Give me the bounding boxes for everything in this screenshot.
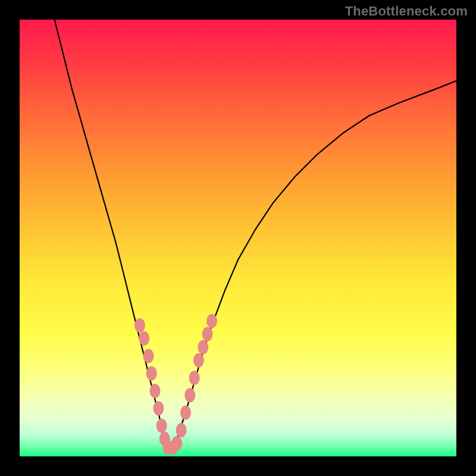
marker-dot [171,436,182,450]
watermark-text: TheBottleneck.com [345,4,468,19]
marker-dot [150,384,161,398]
marker-dot [176,423,187,437]
marker-dot [198,340,208,355]
marker-dot [146,367,157,381]
marker-dot [156,419,167,433]
marker-dot [134,318,145,333]
marker-dot [202,327,213,342]
curve-group [55,20,456,447]
left-curve-path [55,20,168,447]
marker-dot [184,388,195,402]
plot-area [20,20,456,456]
marker-dot [143,349,154,363]
marker-group [134,314,217,455]
marker-dot [139,331,149,346]
plot-svg [20,20,456,456]
marker-dot [180,406,191,420]
marker-dot [193,353,204,368]
marker-dot [206,314,217,328]
right-curve-path [168,81,456,448]
marker-dot [153,401,164,415]
marker-dot [189,371,200,385]
